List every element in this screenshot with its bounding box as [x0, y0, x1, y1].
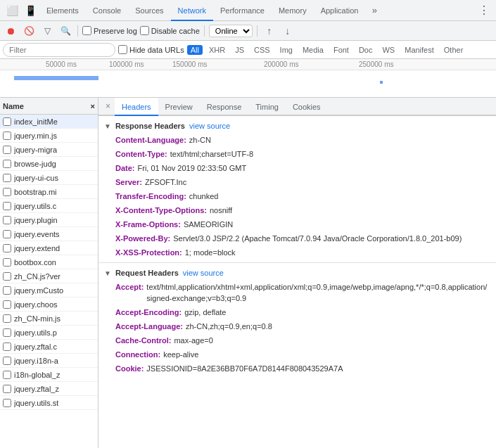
file-item-17[interactable]: jquery.i18n-a — [0, 354, 98, 368]
file-name-0: index_initMe — [14, 117, 58, 126]
file-item-16[interactable]: jquery.zftal.c — [0, 340, 98, 354]
file-name-14: zh_CN-min.js — [14, 314, 61, 323]
record-button[interactable]: ⏺ — [3, 23, 18, 39]
file-checkbox-2[interactable] — [3, 146, 11, 154]
disable-cache-label[interactable]: Disable cache — [140, 26, 200, 35]
filter-all-btn[interactable]: All — [187, 45, 203, 55]
file-checkbox-11[interactable] — [3, 272, 11, 281]
file-item-8[interactable]: jquery.events — [0, 227, 98, 241]
filter-img-btn[interactable]: Img — [276, 45, 296, 55]
file-checkbox-1[interactable] — [3, 132, 11, 140]
file-item-9[interactable]: jquery.extend — [0, 241, 98, 255]
file-item-13[interactable]: jquery.choos — [0, 297, 98, 312]
request-headers-triangle: ▼ — [104, 269, 111, 277]
request-headers-label: Request Headers — [115, 269, 179, 277]
file-item-11[interactable]: zh_CN.js?ver — [0, 269, 98, 283]
import-button[interactable]: ↑ — [262, 23, 277, 39]
filter-toggle-button[interactable]: ▽ — [39, 23, 55, 39]
file-checkbox-15[interactable] — [3, 328, 11, 337]
file-checkbox-13[interactable] — [3, 300, 11, 309]
disable-cache-checkbox[interactable] — [140, 26, 149, 35]
file-checkbox-16[interactable] — [3, 343, 11, 351]
file-checkbox-17[interactable] — [3, 357, 11, 365]
file-name-8: jquery.events — [14, 230, 60, 238]
more-tabs-icon[interactable]: » — [365, 1, 383, 20]
file-checkbox-20[interactable] — [3, 399, 11, 407]
file-item-5[interactable]: bootstrap.mi — [0, 185, 98, 199]
file-item-2[interactable]: jquery-migra — [0, 143, 98, 157]
file-item-6[interactable]: jquery.utils.c — [0, 199, 98, 213]
devtools-device-icon[interactable]: 📱 — [21, 1, 39, 20]
sub-tab-preview[interactable]: Preview — [158, 98, 200, 116]
filter-input[interactable] — [3, 43, 115, 57]
hide-data-urls-label[interactable]: Hide data URLs — [118, 45, 184, 54]
hide-data-urls-checkbox[interactable] — [118, 45, 127, 54]
search-button[interactable]: 🔍 — [58, 23, 73, 39]
file-checkbox-18[interactable] — [3, 371, 11, 379]
file-name-7: jquery.plugin — [14, 216, 58, 224]
file-checkbox-3[interactable] — [3, 160, 11, 168]
filter-manifest-btn[interactable]: Manifest — [401, 45, 438, 55]
file-checkbox-12[interactable] — [3, 286, 11, 295]
export-button[interactable]: ↓ — [280, 23, 295, 39]
timeline-area[interactable]: 50000 ms 100000 ms 150000 ms 200000 ms 2… — [0, 59, 496, 98]
response-header-server: Server: ZFSOFT.Inc — [98, 175, 496, 189]
headers-content[interactable]: ▼ Response Headers view source Content-L… — [98, 116, 496, 448]
file-item-18[interactable]: i18n-global_z — [0, 368, 98, 382]
clear-button[interactable]: 🚫 — [21, 23, 37, 39]
tab-application[interactable]: Application — [314, 0, 366, 21]
tab-network[interactable]: Network — [171, 0, 213, 21]
file-list-close-icon[interactable]: × — [91, 102, 95, 110]
file-item-0[interactable]: index_initMe — [0, 115, 98, 129]
filter-css-btn[interactable]: CSS — [250, 45, 274, 55]
file-checkbox-5[interactable] — [3, 188, 11, 196]
filter-media-btn[interactable]: Media — [299, 45, 327, 55]
filter-other-btn[interactable]: Other — [440, 45, 467, 55]
request-headers-view-source[interactable]: view source — [183, 269, 224, 277]
file-item-7[interactable]: jquery.plugin — [0, 213, 98, 227]
timeline-graph[interactable] — [0, 70, 496, 97]
file-item-1[interactable]: jquery.min.js — [0, 129, 98, 143]
sub-tab-headers[interactable]: Headers — [115, 98, 158, 116]
sub-tab-close-btn[interactable]: × — [101, 101, 115, 111]
preserve-log-label[interactable]: Preserve log — [82, 26, 137, 35]
file-item-14[interactable]: zh_CN-min.js — [0, 312, 98, 326]
file-checkbox-8[interactable] — [3, 230, 11, 238]
devtools-inspect-icon[interactable]: ⬜ — [3, 1, 21, 20]
file-checkbox-4[interactable] — [3, 174, 11, 182]
tab-memory[interactable]: Memory — [272, 0, 314, 21]
tab-sources[interactable]: Sources — [128, 0, 170, 21]
devtools-tab-bar: ⬜ 📱 Elements Console Sources Network Per… — [0, 0, 496, 21]
file-checkbox-19[interactable] — [3, 385, 11, 393]
file-checkbox-10[interactable] — [3, 258, 11, 267]
file-checkbox-9[interactable] — [3, 244, 11, 252]
response-headers-label: Response Headers — [115, 122, 185, 130]
file-item-3[interactable]: browse-judg — [0, 157, 98, 171]
sub-tab-cookies[interactable]: Cookies — [286, 98, 328, 116]
filter-doc-btn[interactable]: Doc — [355, 45, 376, 55]
tab-performance[interactable]: Performance — [213, 0, 272, 21]
tab-console[interactable]: Console — [86, 0, 128, 21]
file-checkbox-7[interactable] — [3, 216, 11, 224]
file-checkbox-6[interactable] — [3, 202, 11, 210]
file-item-4[interactable]: jquery-ui-cus — [0, 171, 98, 185]
preserve-log-checkbox[interactable] — [82, 26, 91, 35]
filter-font-btn[interactable]: Font — [330, 45, 352, 55]
file-checkbox-0[interactable] — [3, 117, 11, 126]
file-item-15[interactable]: jquery.utils.p — [0, 326, 98, 340]
filter-ws-btn[interactable]: WS — [379, 45, 398, 55]
file-name-20: jquery.utils.st — [14, 399, 58, 407]
file-item-12[interactable]: jquery.mCusto — [0, 283, 98, 297]
sub-tab-response[interactable]: Response — [200, 98, 249, 116]
filter-js-btn[interactable]: JS — [231, 45, 248, 55]
sub-tab-timing[interactable]: Timing — [248, 98, 286, 116]
file-item-10[interactable]: bootbox.con — [0, 255, 98, 269]
file-item-20[interactable]: jquery.utils.st — [0, 396, 98, 410]
tab-elements[interactable]: Elements — [39, 0, 86, 21]
online-select[interactable]: Online — [209, 25, 253, 37]
response-headers-view-source[interactable]: view source — [189, 122, 230, 130]
file-checkbox-14[interactable] — [3, 314, 11, 323]
devtools-menu-icon[interactable]: ⋮ — [475, 1, 493, 20]
file-item-19[interactable]: jquery.zftal_z — [0, 382, 98, 396]
filter-xhr-btn[interactable]: XHR — [205, 45, 229, 55]
